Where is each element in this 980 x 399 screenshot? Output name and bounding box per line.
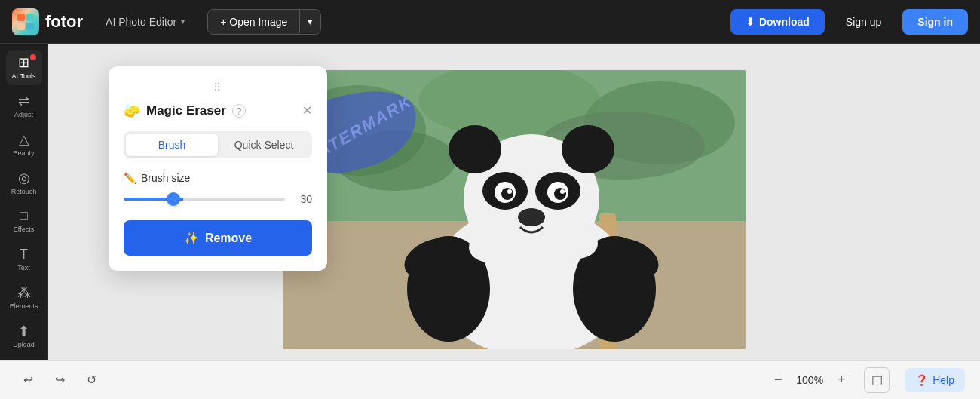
- svg-point-23: [554, 188, 566, 200]
- tab-brush-label: Brush: [158, 139, 186, 151]
- undo-button[interactable]: ↩: [15, 367, 41, 393]
- text-icon: T: [20, 247, 28, 262]
- help-label: Help: [933, 374, 954, 386]
- sidebar-item-label: Retouch: [11, 189, 37, 196]
- sidebar-item-ai-tools[interactable]: ⊞ AI Tools: [6, 50, 42, 85]
- svg-rect-0: [17, 14, 25, 21]
- sidebar-item-adjust[interactable]: ⇌ Adjust: [6, 88, 42, 124]
- sidebar-item-text[interactable]: T Text: [6, 241, 42, 277]
- signup-label: Sign up: [846, 16, 881, 28]
- redo-icon: ↪: [55, 373, 65, 387]
- svg-point-26: [518, 208, 545, 226]
- brush-size-slider[interactable]: [124, 198, 285, 201]
- brush-size-value: 30: [294, 193, 312, 205]
- brush-size-label: ✏️ Brush size: [124, 172, 312, 184]
- remove-icon: ✨: [184, 231, 199, 245]
- magic-eraser-icon: 🧽: [124, 103, 140, 119]
- compare-button[interactable]: ◫: [864, 367, 890, 393]
- bottom-bar: ↩ ↪ ↺ − 100% + ◫ ❓ Help: [0, 360, 980, 399]
- open-image-button[interactable]: + Open Image: [208, 10, 299, 34]
- history-controls: ↩ ↪ ↺: [15, 367, 104, 393]
- panel-close-button[interactable]: ✕: [302, 105, 312, 117]
- panel-title-area: 🧽 Magic Eraser ?: [124, 103, 246, 119]
- zoom-plus-icon: +: [838, 372, 846, 388]
- question-mark: ?: [236, 106, 241, 117]
- upload-icon: ⬆: [18, 323, 29, 339]
- reset-button[interactable]: ↺: [78, 367, 104, 393]
- zoom-in-button[interactable]: +: [831, 370, 852, 391]
- left-sidebar: ⊞ AI Tools ⇌ Adjust △ Beauty ◎ Retouch □…: [0, 44, 48, 360]
- sidebar-item-label: Upload: [13, 342, 35, 349]
- compare-icon: ◫: [871, 373, 883, 387]
- redo-button[interactable]: ↪: [47, 367, 72, 393]
- sidebar-item-label: Adjust: [14, 112, 33, 119]
- effects-icon: □: [20, 208, 28, 224]
- magic-eraser-panel: ⠿ 🧽 Magic Eraser ? ✕ Brush: [109, 66, 327, 271]
- svg-point-16: [449, 125, 501, 173]
- ai-photo-editor-button[interactable]: AI Photo Editor ▾: [98, 11, 192, 32]
- logo-area: fotor: [12, 8, 83, 35]
- chevron-down-icon: ▾: [181, 17, 185, 26]
- svg-point-17: [562, 125, 614, 173]
- app-header: fotor AI Photo Editor ▾ + Open Image ▾ ⬇…: [0, 0, 980, 44]
- signin-label: Sign in: [917, 16, 953, 28]
- sidebar-item-label: Beauty: [13, 150, 34, 158]
- svg-point-31: [469, 232, 511, 262]
- zoom-out-button[interactable]: −: [767, 370, 789, 391]
- panel-header: 🧽 Magic Eraser ? ✕: [124, 103, 312, 119]
- sidebar-item-label: Effects: [14, 226, 34, 234]
- beauty-icon: △: [19, 131, 29, 148]
- close-icon: ✕: [302, 104, 312, 117]
- open-image-label: + Open Image: [220, 16, 287, 28]
- zoom-minus-icon: −: [774, 372, 782, 388]
- svg-rect-1: [26, 14, 34, 21]
- svg-rect-2: [17, 23, 25, 30]
- undo-icon: ↩: [23, 373, 33, 387]
- svg-rect-3: [26, 23, 34, 30]
- main-area: ⊞ AI Tools ⇌ Adjust △ Beauty ◎ Retouch □…: [0, 44, 980, 360]
- retouch-icon: ◎: [18, 170, 30, 186]
- drag-dots-icon: ⠿: [213, 81, 222, 94]
- zoom-value: 100%: [795, 374, 825, 386]
- zoom-controls: − 100% + ◫ ❓ Help: [767, 367, 965, 393]
- download-button[interactable]: ⬇ Download: [730, 9, 825, 35]
- help-button[interactable]: ❓ Help: [905, 368, 965, 392]
- pencil-icon: ✏️: [124, 172, 136, 184]
- drag-handle[interactable]: ⠿: [124, 81, 312, 94]
- open-image-dropdown-button[interactable]: ▾: [299, 10, 320, 33]
- chevron-down-icon: ▾: [308, 16, 313, 27]
- tab-brush[interactable]: Brush: [126, 134, 218, 156]
- sidebar-item-upload[interactable]: ⬆ Upload: [6, 318, 42, 354]
- sidebar-item-label: Text: [17, 265, 30, 272]
- elements-icon: ⁂: [17, 284, 31, 301]
- notification-dot: [30, 54, 36, 60]
- fotor-logo-icon[interactable]: [12, 8, 39, 35]
- svg-point-25: [560, 189, 565, 194]
- adjust-icon: ⇌: [18, 93, 29, 109]
- signup-button[interactable]: Sign up: [834, 9, 893, 35]
- help-circle-icon: ❓: [915, 374, 928, 386]
- remove-button[interactable]: ✨ Remove: [124, 220, 312, 256]
- canvas-area[interactable]: ⠿ 🧽 Magic Eraser ? ✕ Brush: [48, 44, 980, 360]
- svg-point-32: [556, 229, 598, 259]
- canvas-image[interactable]: WATERMARK: [283, 70, 746, 349]
- download-label: Download: [759, 16, 810, 28]
- sidebar-item-label: Elements: [10, 303, 38, 311]
- tab-quick-select[interactable]: Quick Select: [218, 134, 310, 156]
- sidebar-item-effects[interactable]: □ Effects: [6, 204, 42, 239]
- help-tooltip-icon[interactable]: ?: [232, 104, 246, 118]
- reset-icon: ↺: [87, 373, 96, 387]
- svg-point-24: [507, 189, 512, 194]
- logo-text: fotor: [45, 12, 83, 32]
- download-icon: ⬇: [746, 16, 755, 28]
- signin-button[interactable]: Sign in: [902, 9, 968, 35]
- sidebar-item-beauty[interactable]: △ Beauty: [6, 127, 42, 162]
- sidebar-item-retouch[interactable]: ◎ Retouch: [6, 165, 42, 201]
- sidebar-item-elements[interactable]: ⁂ Elements: [6, 280, 42, 315]
- remove-label: Remove: [205, 232, 252, 245]
- open-image-group: + Open Image ▾: [207, 9, 321, 35]
- svg-point-22: [501, 188, 513, 200]
- sidebar-item-label: AI Tools: [12, 73, 36, 81]
- ai-photo-editor-label: AI Photo Editor: [106, 16, 176, 28]
- tab-quick-select-label: Quick Select: [234, 139, 294, 151]
